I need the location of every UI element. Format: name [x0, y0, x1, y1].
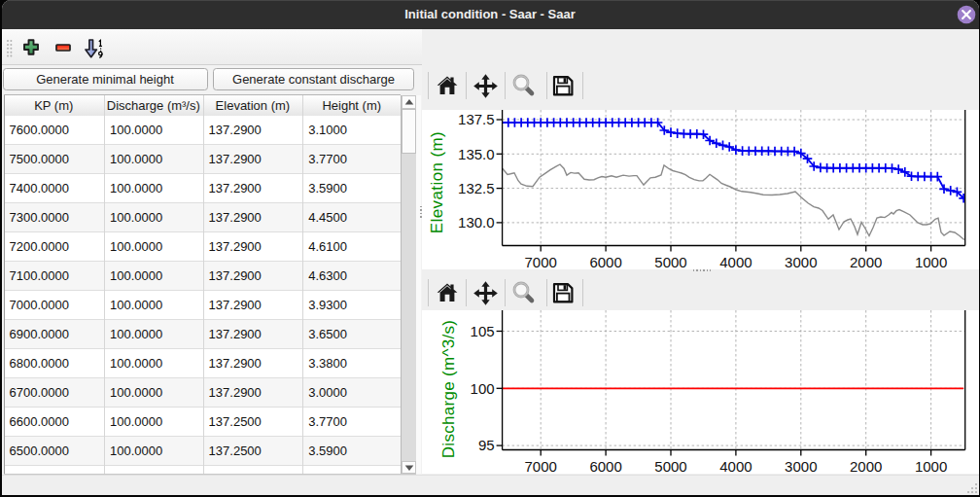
svg-text:130.0: 130.0	[458, 214, 495, 231]
svg-text:5000: 5000	[654, 458, 686, 475]
svg-text:1000: 1000	[914, 254, 946, 269]
svg-text:6000: 6000	[589, 254, 621, 269]
svg-text:2000: 2000	[850, 458, 882, 475]
svg-text:4000: 4000	[719, 254, 752, 269]
svg-text:95: 95	[477, 437, 494, 453]
svg-text:6000: 6000	[589, 458, 621, 475]
svg-text:Discharge (m^3/s): Discharge (m^3/s)	[439, 320, 458, 459]
svg-text:132.5: 132.5	[458, 180, 495, 196]
svg-text:4000: 4000	[719, 458, 752, 475]
svg-text:5000: 5000	[654, 254, 686, 269]
svg-text:135.0: 135.0	[458, 146, 495, 162]
svg-text:100: 100	[470, 380, 494, 397]
svg-text:137.5: 137.5	[458, 111, 495, 127]
svg-text:3000: 3000	[785, 254, 817, 269]
svg-text:7000: 7000	[524, 458, 556, 475]
svg-text:2000: 2000	[850, 254, 882, 269]
svg-text:3000: 3000	[785, 458, 817, 475]
svg-text:105: 105	[470, 323, 494, 339]
svg-text:Elevation (m): Elevation (m)	[427, 131, 445, 233]
svg-text:1000: 1000	[914, 458, 946, 475]
svg-text:7000: 7000	[524, 254, 556, 269]
